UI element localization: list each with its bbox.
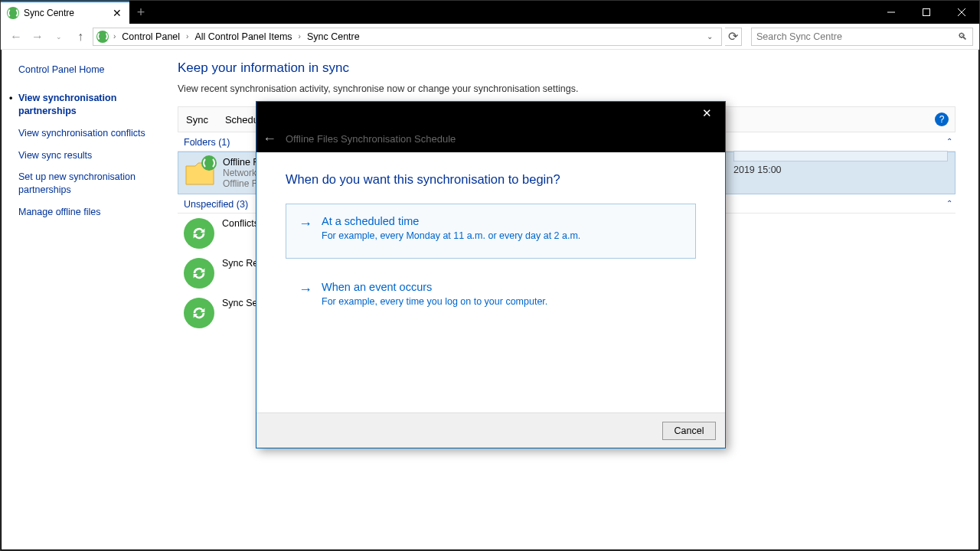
option-title: When an event occurs xyxy=(322,281,547,293)
sidebar-item-conflicts[interactable]: View synchronisation conflicts xyxy=(18,127,145,140)
address-dropdown-icon[interactable]: ⌄ xyxy=(701,32,718,41)
help-icon[interactable]: ? xyxy=(935,112,949,126)
window-maximize-button[interactable] xyxy=(909,1,944,24)
option-scheduled-time[interactable]: → At a scheduled time For example, every… xyxy=(286,204,696,259)
option-event-occurs[interactable]: → When an event occurs For example, ever… xyxy=(286,269,696,320)
schedule-time: 2019 15:00 xyxy=(733,165,948,175)
dialog-footer: Cancel xyxy=(256,412,725,448)
conflicts-icon xyxy=(184,218,214,249)
dialog-titlebar: ✕ xyxy=(256,102,725,125)
arrow-right-icon: → xyxy=(299,282,312,296)
dialog-breadcrumb: ← Offline Files Synchronisation Schedule xyxy=(256,125,725,152)
sync-centre-icon xyxy=(96,31,109,43)
new-tab-button[interactable]: + xyxy=(129,1,152,24)
window-minimize-button[interactable] xyxy=(874,1,909,24)
search-input[interactable]: Search Sync Centre 🔍︎ xyxy=(751,28,973,46)
schedule-info: 2019 15:00 xyxy=(733,151,948,175)
nav-back-button[interactable]: ← xyxy=(7,28,25,46)
sync-overlay-icon xyxy=(201,155,217,171)
page-title: Keep your information in sync xyxy=(178,60,956,76)
page-subtitle: View recent synchronisation activity, sy… xyxy=(178,83,956,94)
nav-forward-button[interactable]: → xyxy=(28,28,47,46)
address-bar: ← → ⌄ ↑ › Control Panel › All Control Pa… xyxy=(1,24,979,50)
sidebar-item-results[interactable]: View sync results xyxy=(18,149,145,162)
window-close-button[interactable] xyxy=(944,1,979,24)
breadcrumb-control-panel[interactable]: Control Panel xyxy=(119,31,183,42)
option-subtitle: For example, every time you log on to yo… xyxy=(322,296,547,307)
option-subtitle: For example, every Monday at 11 a.m. or … xyxy=(322,230,580,241)
svg-rect-1 xyxy=(923,9,930,16)
sidebar-item-setup[interactable]: Set up new synchronisation partnerships xyxy=(18,171,145,197)
cancel-button[interactable]: Cancel xyxy=(662,422,716,440)
nav-recent-dropdown[interactable]: ⌄ xyxy=(50,28,68,46)
dialog-heading: When do you want this synchronisation to… xyxy=(286,172,696,187)
offline-files-icon xyxy=(185,157,215,187)
setup-icon xyxy=(184,298,214,328)
tab-title: Sync Centre xyxy=(24,8,111,18)
search-icon: 🔍︎ xyxy=(958,31,968,42)
sidebar-item-partnerships[interactable]: View synchronisation partnerships xyxy=(18,92,145,118)
toolbar-sync-button[interactable]: Sync xyxy=(186,114,208,126)
chevron-right-icon: › xyxy=(297,32,302,41)
sidebar-item-manage-offline[interactable]: Manage offline files xyxy=(18,206,145,219)
schedule-dialog: ✕ ← Offline Files Synchronisation Schedu… xyxy=(256,101,726,448)
collapse-icon[interactable]: ⌃ xyxy=(946,199,952,207)
collapse-icon[interactable]: ⌃ xyxy=(946,137,952,145)
search-placeholder: Search Sync Centre xyxy=(756,31,842,42)
tab-close-icon[interactable]: ✕ xyxy=(111,7,123,19)
window-tab[interactable]: Sync Centre ✕ xyxy=(1,1,129,24)
chevron-right-icon: › xyxy=(185,32,190,41)
dialog-crumb-text: Offline Files Synchronisation Schedule xyxy=(286,133,456,145)
progress-bar xyxy=(733,151,948,161)
breadcrumb[interactable]: › Control Panel › All Control Panel Item… xyxy=(93,28,722,46)
dialog-back-button[interactable]: ← xyxy=(263,131,276,147)
sidebar-home[interactable]: Control Panel Home xyxy=(18,64,145,77)
refresh-button[interactable]: ⟳ xyxy=(725,28,742,46)
dialog-close-button[interactable]: ✕ xyxy=(691,103,722,124)
window-titlebar: Sync Centre ✕ + xyxy=(1,1,979,24)
breadcrumb-sync-centre[interactable]: Sync Centre xyxy=(304,31,363,42)
nav-up-button[interactable]: ↑ xyxy=(71,28,90,46)
breadcrumb-all-items[interactable]: All Control Panel Items xyxy=(191,31,295,42)
arrow-right-icon: → xyxy=(299,217,312,230)
sync-centre-icon xyxy=(7,7,19,19)
results-icon xyxy=(184,258,214,289)
chevron-right-icon: › xyxy=(112,32,117,41)
sidebar: Control Panel Home View synchronisation … xyxy=(2,50,155,549)
option-title: At a scheduled time xyxy=(322,215,580,227)
